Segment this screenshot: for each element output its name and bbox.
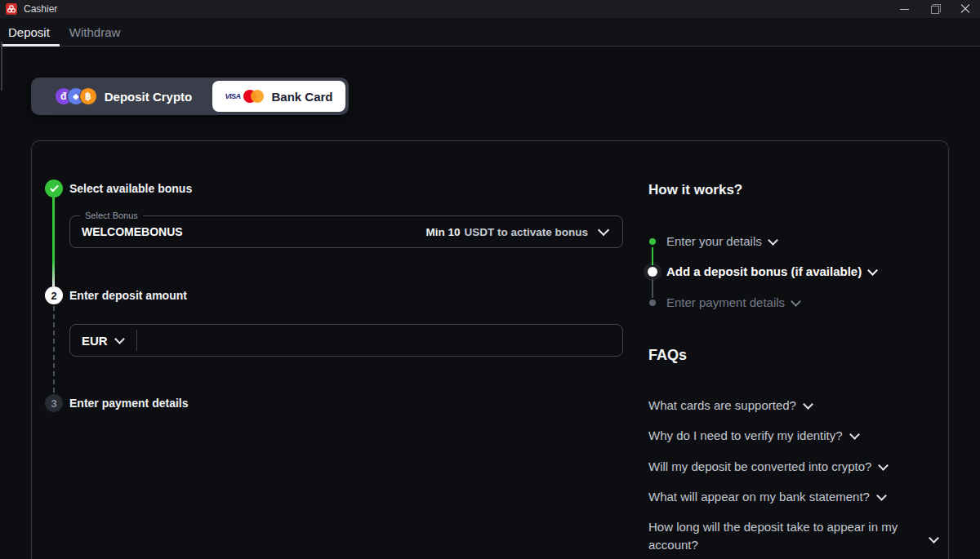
bonus-min-hint: Min 10 USDT to activate bonus xyxy=(425,226,588,238)
check-icon xyxy=(50,183,59,192)
bonus-field-value: WELCOMEBONUS xyxy=(82,225,183,238)
info-sidebar: How it works? Enter your details Add a d… xyxy=(648,141,951,559)
step-2-circle: 2 xyxy=(45,286,63,304)
amount-input[interactable] xyxy=(137,325,622,356)
faq-item-converted-crypto[interactable]: Will my deposit be converted into crypto… xyxy=(648,458,887,476)
step-2-label: Enter deposit amount xyxy=(69,286,187,304)
chevron-down-icon xyxy=(849,429,860,440)
faq-item-deposit-time[interactable]: How long will the deposit take to appear… xyxy=(648,518,952,554)
timeline-dot-done xyxy=(649,238,656,245)
faq-item-bank-statement[interactable]: What will appear on my bank statement? xyxy=(648,488,885,506)
close-button[interactable] xyxy=(950,0,980,18)
chevron-down-icon xyxy=(791,296,801,307)
deposit-crypto-segment[interactable]: đ ◆ ฿ Deposit Crypto xyxy=(34,81,212,112)
title-bar: Cashier xyxy=(0,0,980,18)
deposit-stepper: Select available bonus Select Bonus WELC… xyxy=(32,141,636,559)
currency-selector-value[interactable]: EUR xyxy=(82,334,108,348)
chevron-down-icon xyxy=(598,224,609,236)
restore-icon xyxy=(931,6,938,13)
scroll-indicator xyxy=(1,42,2,91)
chevron-down-icon xyxy=(768,235,778,246)
tab-deposit[interactable]: Deposit xyxy=(0,18,61,46)
faqs-title: FAQs xyxy=(648,347,687,364)
step-1-label: Select available bonus xyxy=(69,180,192,197)
chevron-down-icon xyxy=(879,460,889,471)
tab-withdraw-label: Withdraw xyxy=(69,25,121,39)
minimize-icon xyxy=(900,9,909,10)
hiw-item-label: Enter payment details xyxy=(666,294,785,312)
cashier-logo-icon xyxy=(6,3,17,15)
chevron-down-icon xyxy=(929,533,939,543)
deposit-crypto-label: Deposit Crypto xyxy=(105,90,193,104)
chevron-down-icon xyxy=(876,490,887,501)
tab-deposit-label: Deposit xyxy=(8,25,50,39)
hiw-item-label: Enter your details xyxy=(666,233,762,251)
hiw-item-label: Add a deposit bonus (if available) xyxy=(666,263,862,281)
chevron-down-icon xyxy=(867,265,878,276)
timeline-line-done xyxy=(652,247,653,265)
chevron-down-icon[interactable] xyxy=(114,334,125,344)
bonus-select-field[interactable]: Select Bonus WELCOMEBONUS Min 10 USDT to… xyxy=(69,215,623,248)
step-connector-pending xyxy=(53,306,55,393)
bonus-field-label: Select Bonus xyxy=(80,210,143,221)
faq-question: What cards are supported? xyxy=(648,397,796,415)
timeline-dot-pending xyxy=(649,299,656,306)
timeline-dot-active xyxy=(648,267,657,277)
step-1-complete-icon xyxy=(45,180,63,197)
timeline-line-pending xyxy=(652,279,653,298)
bank-card-segment[interactable]: VISA Bank Card xyxy=(212,81,345,112)
faq-question: Why do I need to verify my identity? xyxy=(648,427,843,445)
step-2-number: 2 xyxy=(51,290,56,302)
bonus-min-amount: Min 10 xyxy=(425,226,460,238)
window-controls xyxy=(889,0,980,18)
window-title: Cashier xyxy=(24,3,57,15)
deposit-panel: Select available bonus Select Bonus WELC… xyxy=(31,140,949,559)
hiw-item-payment-details[interactable]: Enter payment details xyxy=(666,294,800,312)
step-3-circle: 3 xyxy=(45,394,63,412)
step-3-label: Enter payment details xyxy=(69,394,189,412)
visa-icon: VISA xyxy=(225,92,240,100)
crypto-coins-icon: đ ◆ ฿ xyxy=(55,87,97,105)
hiw-item-add-bonus[interactable]: Add a deposit bonus (if available) xyxy=(666,263,876,281)
faq-question: What will appear on my bank statement? xyxy=(648,488,870,506)
payment-method-toggle: đ ◆ ฿ Deposit Crypto VISA Bank Card xyxy=(31,78,349,115)
tab-withdraw[interactable]: Withdraw xyxy=(61,18,132,46)
chevron-down-icon xyxy=(803,399,813,410)
step-connector-done xyxy=(52,197,55,286)
minimize-button[interactable] xyxy=(889,0,920,18)
bitcoin-coin-icon: ฿ xyxy=(79,87,97,105)
bonus-min-text: USDT to activate bonus xyxy=(464,226,588,238)
faq-item-verify-identity[interactable]: Why do I need to verify my identity? xyxy=(648,427,858,445)
mastercard-icon xyxy=(243,90,265,103)
bank-card-label: Bank Card xyxy=(271,90,332,104)
faq-question: How long will the deposit take to appear… xyxy=(648,518,921,554)
close-icon xyxy=(960,4,970,14)
faq-question: Will my deposit be converted into crypto… xyxy=(648,458,871,476)
how-it-works-title: How it works? xyxy=(648,182,742,198)
faq-item-cards-supported[interactable]: What cards are supported? xyxy=(648,397,812,415)
amount-field: EUR xyxy=(69,324,623,357)
restore-button[interactable] xyxy=(920,0,950,18)
tab-bar: Deposit Withdraw xyxy=(0,18,980,47)
step-3-number: 3 xyxy=(51,397,56,410)
hiw-item-enter-details[interactable]: Enter your details xyxy=(666,233,777,251)
